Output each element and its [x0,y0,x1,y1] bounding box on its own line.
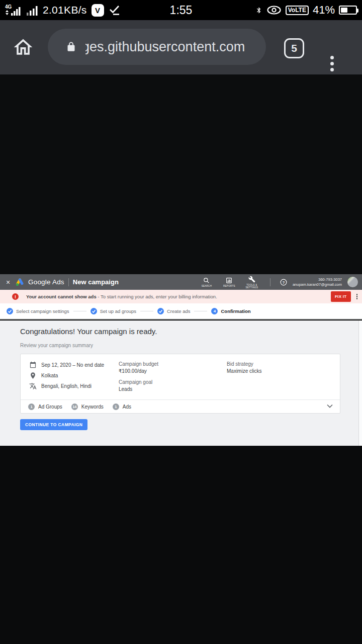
count-badge: 1 [28,404,35,410]
chevron-down-icon[interactable] [327,404,333,408]
network-speed: 2.01KB/s [43,4,87,16]
step-select-campaign-settings[interactable]: Select campaign settings [7,308,69,314]
step-label: Set up ad groups [100,308,136,314]
bid-strategy: Bid strategy Maximize clicks [227,361,261,374]
bluetooth-icon [255,5,262,16]
wrench-icon [248,276,255,283]
svg-text:?: ? [283,280,285,284]
page-title: New campaign [73,278,119,286]
error-icon: ! [12,293,19,300]
signal-bars-icon [27,4,38,16]
v-app-letter: V [95,6,100,15]
step-label: Create ads [167,308,190,314]
count-label: Ad Groups [38,404,62,410]
campaign-summary-card: Sep 12, 2020 – No end date Kolkata Benga… [20,354,340,414]
google-ads-logo [15,278,25,286]
campaign-budget: Campaign budget ₹100.00/day [119,361,158,374]
confirmation-page: Congratulations! Your campaign is ready.… [0,320,362,446]
search-label: SEARCH [202,285,212,287]
step-label: Confirmation [221,308,250,314]
page-heading: Congratulations! Your campaign is ready. [20,327,157,336]
close-button[interactable]: × [4,278,12,286]
languages-value: Bengali, English, Hindi [41,383,92,389]
alert-menu-button[interactable] [356,294,358,299]
reports-label: REPORTS [223,285,235,287]
step-check-icon [7,308,13,314]
location-row: Kolkata [29,372,58,379]
account-id: 360-793-3037 [293,277,342,282]
date-range: Sep 12, 2020 – No end date [41,362,104,368]
v-app-icon: V [92,4,104,17]
count-badge: 14 [71,404,78,410]
languages-row: Bengali, English, Hindi [29,382,92,390]
step-connector [194,311,207,311]
status-right-cluster: VoLTE 41% [255,4,357,17]
avatar[interactable] [347,277,358,287]
entity-counts: 1 Ad Groups 14 Keywords 1 Ads [28,399,131,414]
battery-icon [339,6,357,15]
svg-text:4G: 4G [5,4,12,10]
header-actions: SEARCH REPORTS TOOLS & SETTINGS [198,276,358,289]
url-clipped-glyph: g [85,39,89,55]
schedule-row: Sep 12, 2020 – No end date [29,361,104,369]
alert-message: - To start running your ads, enter your … [97,294,217,299]
battery-percent: 41% [313,4,335,17]
calendar-icon [29,361,37,369]
brand-name: Google Ads [28,278,64,286]
header-divider [270,278,270,286]
continue-to-campaign-button[interactable]: CONTINUE TO CAMPAIGN [20,419,87,430]
count-label: Keywords [81,404,104,410]
ads-count: 1 Ads [113,404,131,410]
page-scrollbar[interactable] [358,320,362,446]
location-value: Kolkata [41,373,58,378]
step-confirmation[interactable]: 4 Confirmation [211,308,250,314]
eye-icon [266,5,282,15]
url-text: es.githubusercontent.com [89,39,245,55]
browser-menu-button[interactable] [330,56,334,71]
search-nav-button[interactable]: SEARCH [198,277,215,287]
search-icon [203,277,210,284]
count-label: Ads [123,404,131,410]
tools-nav-button[interactable]: TOOLS & SETTINGS [243,276,260,289]
reports-nav-button[interactable]: REPORTS [221,277,238,287]
page-empty-area [0,74,362,274]
volte-badge: VoLTE [286,6,309,15]
goal-value: Leads [119,386,152,392]
clock: 1:55 [170,4,193,17]
reports-icon [226,277,232,284]
campaign-stepper: Select campaign settings Set up ad group… [0,303,362,319]
status-bar: 4G 2.01KB/s V 1:55 [0,0,362,20]
battery-fill [341,8,347,13]
tab-switcher-button[interactable]: 5 [284,38,304,58]
fix-it-button[interactable]: FIX IT [331,291,351,302]
signal-4g-icon: 4G [5,4,22,17]
browser-toolbar: g es.githubusercontent.com 5 [0,20,362,74]
budget-value: ₹100.00/day [119,368,158,374]
help-button[interactable]: ? [280,279,287,286]
download-done-icon [109,5,120,16]
billing-alert-banner: ! Your account cannot show ads - To star… [0,290,362,303]
status-left-cluster: 4G 2.01KB/s V [5,4,120,17]
alert-title: Your account cannot show ads [26,294,97,299]
google-ads-header: × Google Ads New campaign SEARCH [0,274,362,290]
home-button[interactable] [12,36,34,58]
ad-groups-count: 1 Ad Groups [28,404,62,410]
page-subheading: Review your campaign summary [20,343,93,348]
count-badge: 1 [113,404,119,410]
step-label: Select campaign settings [16,308,69,314]
account-info[interactable]: 360-793-3037 anupam.karan07@gmail.com [293,277,342,287]
tools-label: TOOLS & SETTINGS [243,284,260,289]
step-number: 4 [211,308,218,314]
address-bar[interactable]: g es.githubusercontent.com [48,29,266,65]
step-set-up-ad-groups[interactable]: Set up ad groups [90,308,136,314]
budget-label: Campaign budget [119,361,158,367]
phone-screen: 4G 2.01KB/s V 1:55 [0,0,362,644]
lock-icon [66,40,76,53]
location-pin-icon [29,372,37,379]
alert-text: Your account cannot show ads - To start … [26,294,217,299]
step-create-ads[interactable]: Create ads [157,308,190,314]
step-connector [73,311,86,311]
page-empty-area [0,446,362,644]
tab-count: 5 [291,42,297,54]
goal-label: Campaign goal [119,379,152,385]
